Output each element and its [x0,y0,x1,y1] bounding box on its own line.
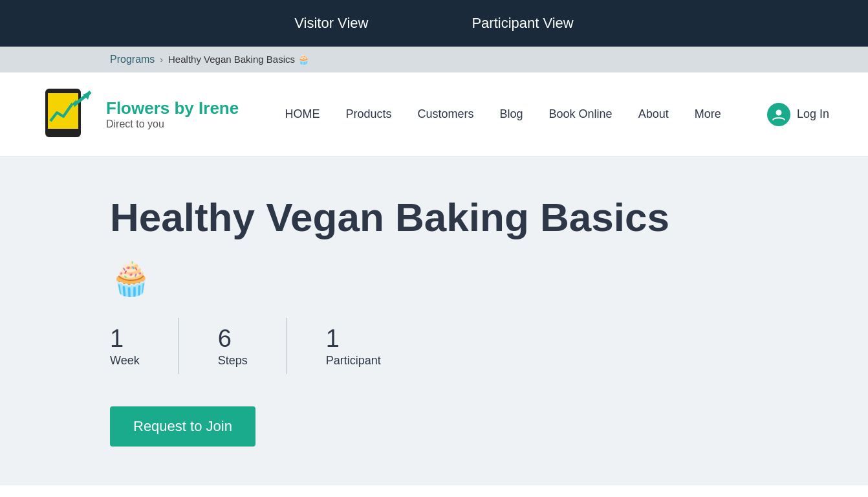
stat-steps: 6 Steps [218,318,287,374]
request-to-join-button[interactable]: Request to Join [110,406,255,447]
site-header: Flowers by Irene Direct to you HOME Prod… [0,72,868,157]
participant-view-link[interactable]: Participant View [472,15,573,32]
nav-products[interactable]: Products [345,107,391,121]
stat-steps-label: Steps [218,354,248,368]
stats-row: 1 Week 6 Steps 1 Participant [110,318,758,374]
nav-customers[interactable]: Customers [418,107,474,121]
stat-weeks: 1 Week [110,318,179,374]
main-nav: HOME Products Customers Blog Book Online… [285,107,721,121]
stat-participants-number: 1 [326,324,340,354]
nav-home[interactable]: HOME [285,107,320,121]
breadcrumb-current: Healthy Vegan Baking Basics 🧁 [168,54,310,65]
nav-book-online[interactable]: Book Online [549,107,613,121]
svg-point-5 [776,109,781,115]
nav-more[interactable]: More [695,107,721,121]
nav-blog[interactable]: Blog [500,107,523,121]
logo-area: Flowers by Irene Direct to you [39,85,239,144]
nav-about[interactable]: About [638,107,669,121]
breadcrumb-bar: Programs › Healthy Vegan Baking Basics 🧁 [0,47,868,72]
stat-steps-number: 6 [218,324,232,354]
brand-tagline: Direct to you [106,118,239,130]
breadcrumb-chevron: › [160,54,163,65]
stat-participants-label: Participant [326,354,381,368]
header-right: Log In [767,103,829,126]
stat-weeks-label: Week [110,354,140,368]
visitor-view-link[interactable]: Visitor View [294,15,368,32]
program-title: Healthy Vegan Baking Basics [110,195,758,239]
login-link[interactable]: Log In [797,107,829,121]
logo-text: Flowers by Irene Direct to you [106,98,239,130]
top-bar: Visitor View Participant View [0,0,868,47]
logo-icon [39,85,97,144]
breadcrumb-programs-link[interactable]: Programs [110,54,155,65]
stat-participants: 1 Participant [326,318,420,374]
user-avatar-icon [767,103,790,126]
svg-rect-1 [48,93,78,129]
stat-weeks-number: 1 [110,324,124,354]
main-content: Healthy Vegan Baking Basics 🧁 1 Week 6 S… [0,157,868,485]
cupcake-emoji: 🧁 [110,259,758,298]
brand-name: Flowers by Irene [106,98,239,118]
